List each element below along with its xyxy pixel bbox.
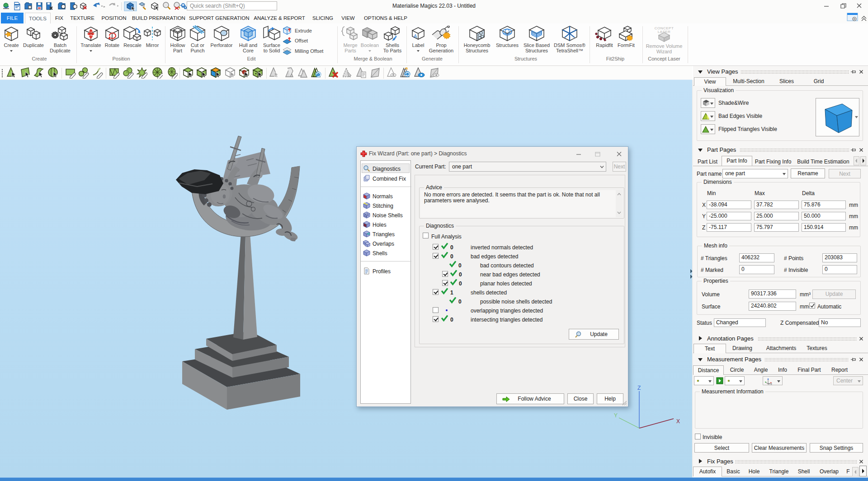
svg-text:Z: Z (637, 385, 641, 391)
svg-text:Y: Y (614, 412, 618, 419)
svg-text:XYZ: XYZ (768, 383, 772, 385)
svg-text:X: X (676, 418, 680, 425)
svg-text:A: A (414, 33, 417, 39)
